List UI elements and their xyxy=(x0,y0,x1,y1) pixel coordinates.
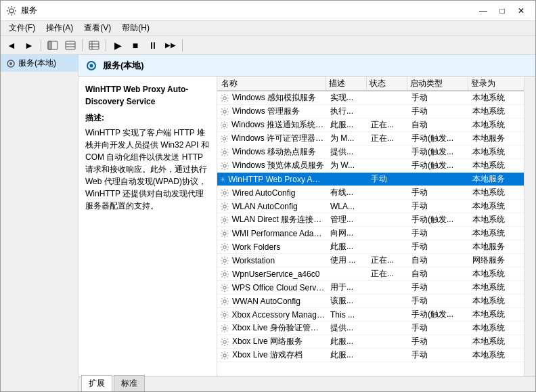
cell-logon: 本地系统 xyxy=(470,186,524,199)
cell-desc xyxy=(328,173,368,186)
cell-status: 正在... xyxy=(368,254,409,267)
gear-icon xyxy=(220,161,229,171)
table-row[interactable]: Xbox Live 身份验证管理器提供...手动本地系统 xyxy=(217,322,524,335)
menu-action[interactable]: 操作(A) xyxy=(41,21,79,35)
gear-icon xyxy=(220,242,229,252)
cell-status xyxy=(368,213,409,226)
table-row[interactable]: Xbox Live 网络服务此服...手动本地系统 xyxy=(217,335,524,349)
table-row[interactable]: Xbox Live 游戏存档此服...手动本地系统 xyxy=(217,349,524,362)
table-row[interactable]: Windows 许可证管理器服务为 M...正在...手动(触发...本地服务 xyxy=(217,132,524,146)
cell-service-name: Windows 推送通知系统服务 xyxy=(217,118,328,131)
cell-startup: 手动(触发... xyxy=(409,213,470,226)
table-row[interactable]: Windows 管理服务执行...手动本地系统 xyxy=(217,105,524,118)
cell-startup: 手动(触发... xyxy=(409,308,470,321)
back-button[interactable]: ◄ xyxy=(3,38,20,53)
col-desc[interactable]: 描述 xyxy=(326,77,367,90)
cell-desc: 该服... xyxy=(328,295,368,307)
cell-desc: 用于... xyxy=(328,281,368,294)
toolbar-btn-2[interactable] xyxy=(62,38,79,53)
toolbar-btn-3[interactable] xyxy=(86,38,102,53)
table-row[interactable]: WLAN Direct 服务连接管...管理...手动(触发...本地系统 xyxy=(217,213,524,227)
table-row[interactable]: Wired AutoConfig有线...手动本地系统 xyxy=(217,186,524,200)
cell-service-name: WWAN AutoConfig xyxy=(217,295,328,307)
svg-point-21 xyxy=(223,191,226,194)
main-area: 服务(本地) 服务(本地) WinHTTP Web Proxy Auto-Dis… xyxy=(1,55,535,391)
cell-desc: 实现... xyxy=(328,91,368,104)
bottom-tabs: 扩展 标准 xyxy=(79,376,535,391)
table-row[interactable]: WPS Office Cloud Service用于...手动本地系统 xyxy=(217,281,524,295)
table-row[interactable]: WMI Performance Adapt...向网...手动本地系统 xyxy=(217,227,524,240)
pause-button[interactable]: ⏸ xyxy=(145,38,161,53)
gear-icon xyxy=(220,93,229,103)
title-bar-left: 服务 xyxy=(6,5,37,16)
table-row[interactable]: Windows 感知模拟服务实现...手动本地系统 xyxy=(217,91,524,105)
minimize-button[interactable]: — xyxy=(474,2,492,20)
table-row[interactable]: Windows 预览体成员服务为 W...手动(触发...本地系统 xyxy=(217,159,524,173)
svg-point-27 xyxy=(223,272,226,275)
menu-view[interactable]: 查看(V) xyxy=(79,21,116,35)
cell-status xyxy=(368,240,409,253)
cell-status xyxy=(368,335,409,348)
cell-desc: This ... xyxy=(328,308,368,321)
toolbar-btn-1[interactable] xyxy=(45,38,61,53)
cell-desc: 提供... xyxy=(328,322,368,334)
cell-startup: 手动 xyxy=(409,227,470,240)
table-row[interactable]: Work Folders此服...手动本地服务 xyxy=(217,240,524,254)
tab-standard[interactable]: 标准 xyxy=(114,375,145,391)
tab-expand[interactable]: 扩展 xyxy=(81,375,112,391)
gear-icon xyxy=(220,107,229,116)
menu-bar: 文件(F) 操作(A) 查看(V) 帮助(H) xyxy=(1,21,535,36)
cell-service-name: Wired AutoConfig xyxy=(217,186,328,199)
table-row[interactable]: WpnUserService_a46c0正在...自动本地系统 xyxy=(217,267,524,281)
gear-icon xyxy=(220,269,229,279)
cell-startup: 手动 xyxy=(409,335,470,348)
menu-help[interactable]: 帮助(H) xyxy=(116,21,155,35)
table-row[interactable]: WLAN AutoConfigWLA...手动本地系统 xyxy=(217,200,524,213)
svg-point-24 xyxy=(223,232,226,234)
cell-desc: 此服... xyxy=(328,349,368,362)
service-list-body[interactable]: Windows 感知模拟服务实现...手动本地系统 Windows 管理服务执行… xyxy=(217,91,524,376)
title-controls: — □ ✕ xyxy=(474,2,530,20)
close-button[interactable]: ✕ xyxy=(512,2,530,20)
svg-point-22 xyxy=(223,204,226,207)
table-row[interactable]: Workstation使用 ...正在...自动网络服务 xyxy=(217,254,524,267)
svg-rect-6 xyxy=(89,41,99,49)
toolbar-separator-2 xyxy=(82,39,83,51)
svg-point-14 xyxy=(223,96,226,99)
col-startup[interactable]: 启动类型 xyxy=(407,77,468,90)
col-logon[interactable]: 登录为 xyxy=(468,77,522,90)
content-area: 服务(本地) WinHTTP Web Proxy Auto-Discovery … xyxy=(79,55,535,391)
restart-button[interactable]: ▶▶ xyxy=(162,38,179,53)
maximize-button[interactable]: □ xyxy=(493,2,511,20)
table-row[interactable]: Windows 移动热点服务提供...手动(触发...本地系统 xyxy=(217,146,524,159)
gear-icon xyxy=(220,324,229,333)
scrollbar[interactable] xyxy=(524,77,535,376)
cell-service-name: Windows 许可证管理器服务 xyxy=(217,132,328,145)
col-name[interactable]: 名称 xyxy=(219,77,326,90)
table-row[interactable]: WWAN AutoConfig该服...手动本地系统 xyxy=(217,295,524,308)
gear-icon xyxy=(220,188,229,198)
show-hide-icon xyxy=(47,40,58,51)
table-row[interactable]: Xbox Accessory Manage...This ...手动(触发...… xyxy=(217,308,524,322)
table-row[interactable]: WinHTTP Web Proxy Auto-Discovery Service… xyxy=(217,173,524,186)
gear-icon xyxy=(220,256,229,265)
cell-logon: 本地系统 xyxy=(470,281,524,294)
cell-desc: 执行... xyxy=(328,105,368,118)
col-status[interactable]: 状态 xyxy=(367,77,407,90)
cell-service-name: Workstation xyxy=(217,254,328,267)
gear-icon xyxy=(220,202,229,211)
cell-service-name: WPS Office Cloud Service xyxy=(217,281,328,294)
table-row[interactable]: Windows 推送通知系统服务此服...正在...自动本地系统 xyxy=(217,118,524,132)
forward-button[interactable]: ► xyxy=(21,38,37,53)
play-button[interactable]: ▶ xyxy=(110,38,126,53)
svg-point-19 xyxy=(223,164,226,167)
toolbar-separator-3 xyxy=(106,39,106,51)
stop-button[interactable]: ■ xyxy=(127,38,143,53)
svg-point-17 xyxy=(223,137,225,139)
menu-file[interactable]: 文件(F) xyxy=(3,21,41,35)
window-title: 服务 xyxy=(21,5,37,16)
svg-point-16 xyxy=(223,123,225,126)
detail-icon xyxy=(89,40,99,51)
left-panel-services-local[interactable]: 服务(本地) xyxy=(1,55,78,72)
svg-point-13 xyxy=(90,64,93,67)
